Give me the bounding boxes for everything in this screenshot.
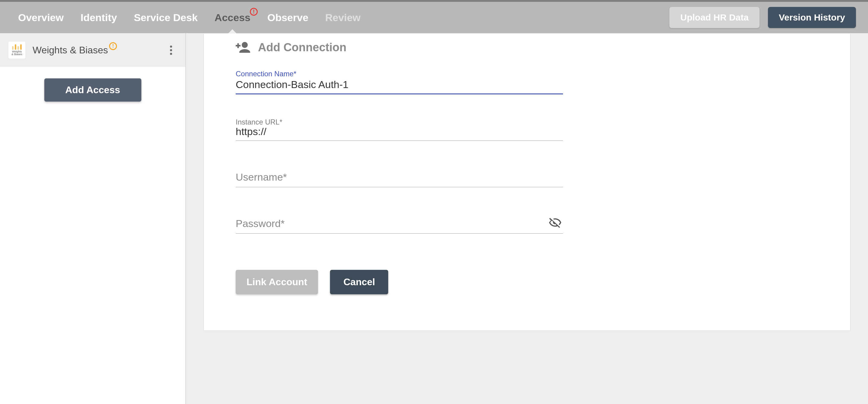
- add-access-button[interactable]: Add Access: [44, 79, 141, 102]
- topbar-actions: Upload HR Data Version History: [670, 7, 856, 28]
- card-title: Add Connection: [258, 41, 346, 54]
- wandb-logo-icon: Weights& Biases: [8, 41, 25, 59]
- form-actions: Link Account Cancel: [236, 270, 818, 294]
- main-content: Add Connection Connection Name* Instance…: [186, 33, 868, 404]
- kebab-menu-icon[interactable]: [165, 44, 177, 56]
- field-connection-name: Connection Name*: [236, 75, 563, 94]
- tab-access-label: Access: [215, 12, 250, 24]
- sidebar-item-label: Weights & Biases !: [33, 44, 108, 56]
- tab-observe[interactable]: Observe: [267, 2, 308, 33]
- instance-url-input[interactable]: [236, 122, 563, 141]
- svg-point-0: [242, 42, 248, 48]
- alert-icon: !: [250, 8, 258, 16]
- sidebar: Weights& Biases Weights & Biases ! Add A…: [0, 33, 186, 404]
- field-instance-url: Instance URL*: [236, 122, 563, 141]
- tab-access[interactable]: Access !: [215, 2, 250, 33]
- top-nav-bar: Overview Identity Service Desk Access ! …: [0, 0, 868, 33]
- add-connection-card: Add Connection Connection Name* Instance…: [204, 33, 850, 331]
- person-add-icon: [236, 41, 250, 54]
- tab-review: Review: [325, 2, 361, 33]
- svg-rect-2: [238, 43, 239, 48]
- connection-name-input[interactable]: [236, 75, 563, 94]
- tab-overview[interactable]: Overview: [18, 2, 64, 33]
- field-username: Username*: [236, 168, 563, 187]
- link-account-button[interactable]: Link Account: [236, 270, 318, 294]
- password-input[interactable]: [236, 215, 563, 234]
- visibility-off-icon[interactable]: [549, 216, 562, 231]
- version-history-button[interactable]: Version History: [768, 7, 856, 28]
- username-input[interactable]: [236, 168, 563, 187]
- upload-hr-data-button[interactable]: Upload HR Data: [670, 7, 760, 28]
- tab-identity[interactable]: Identity: [81, 2, 117, 33]
- field-password: Password*: [236, 215, 563, 234]
- warning-icon: !: [109, 42, 117, 50]
- nav-tabs: Overview Identity Service Desk Access ! …: [18, 2, 361, 33]
- sidebar-item-wandb[interactable]: Weights& Biases Weights & Biases !: [0, 33, 185, 67]
- sidebar-item-text: Weights & Biases: [33, 44, 108, 56]
- tab-service-desk[interactable]: Service Desk: [134, 2, 198, 33]
- cancel-button[interactable]: Cancel: [330, 270, 388, 294]
